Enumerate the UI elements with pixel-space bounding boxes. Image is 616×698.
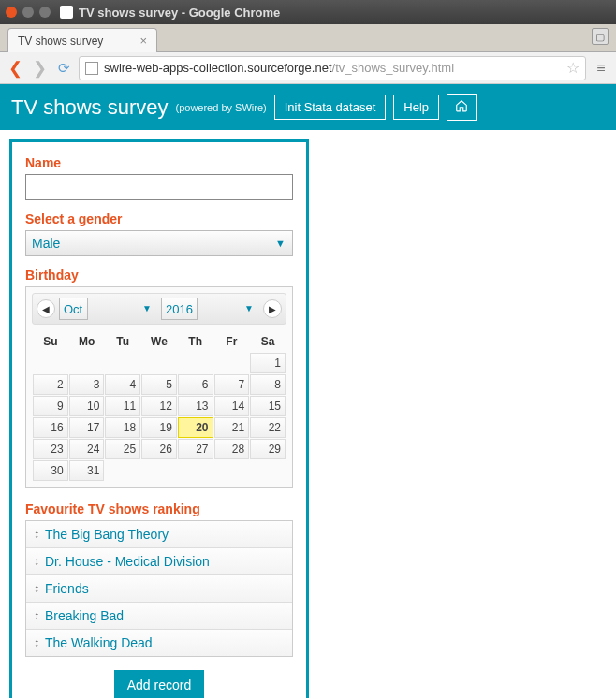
home-button[interactable]: [447, 94, 477, 121]
calendar-year-select[interactable]: 2016: [161, 298, 198, 320]
page-title: TV shows survey: [11, 95, 169, 120]
ranking-item[interactable]: ↕Friends: [26, 575, 292, 603]
ranking-item[interactable]: ↕The Walking Dead: [26, 630, 292, 656]
calendar-day[interactable]: 25: [105, 439, 140, 459]
calendar-day[interactable]: 11: [105, 396, 140, 416]
calendar-day[interactable]: 6: [178, 374, 213, 395]
calendar-day[interactable]: 30: [33, 460, 68, 481]
window-minimize-button[interactable]: [22, 7, 34, 18]
add-record-button[interactable]: Add record: [114, 670, 204, 698]
calendar-day[interactable]: 10: [69, 396, 105, 416]
calendar-day[interactable]: 5: [141, 374, 177, 395]
ranking-item-label: The Big Bang Theory: [45, 527, 169, 542]
calendar-dow: Fr: [214, 331, 250, 352]
calendar-dow: Sa: [250, 331, 286, 352]
calendar-day[interactable]: 28: [214, 439, 250, 459]
calendar-day[interactable]: 20: [178, 417, 213, 438]
calendar-day[interactable]: 31: [69, 460, 105, 481]
calendar-day[interactable]: 14: [214, 396, 250, 416]
name-input[interactable]: [25, 174, 293, 200]
calendar-day[interactable]: 2: [33, 374, 68, 395]
calendar-dow: We: [141, 331, 177, 352]
calendar-day[interactable]: 7: [214, 374, 250, 395]
init-stata-button[interactable]: Init Stata dataset: [274, 95, 387, 120]
calendar-day[interactable]: 27: [178, 439, 213, 459]
calendar-dow: Mo: [69, 331, 105, 352]
address-bar[interactable]: swire-web-apps-collection.sourceforge.ne…: [79, 56, 586, 80]
calendar-day[interactable]: 23: [33, 439, 68, 459]
calendar-day[interactable]: 9: [33, 396, 68, 416]
back-button[interactable]: ❮: [6, 59, 24, 78]
browser-tab-strip: TV shows survey × ▢: [0, 24, 616, 52]
calendar-month-select[interactable]: Oct: [59, 298, 88, 320]
browser-tab[interactable]: TV shows survey ×: [7, 28, 157, 52]
calendar-day[interactable]: 19: [141, 417, 177, 438]
calendar-day[interactable]: 15: [250, 396, 286, 416]
drag-handle-icon: ↕: [34, 555, 39, 568]
ranking-item[interactable]: ↕The Big Bang Theory: [26, 521, 292, 548]
calendar-day[interactable]: 26: [141, 439, 177, 459]
birthday-label: Birthday: [25, 268, 293, 283]
calendar-dow: Tu: [105, 331, 140, 352]
birthday-datepicker: ◀ Oct ▼ 2016 ▼ ▶ SuMoTuWeThFrSa 12345678…: [25, 286, 293, 488]
page-icon: [85, 62, 98, 75]
chevron-down-icon: ▼: [142, 303, 152, 313]
calendar-day[interactable]: 29: [250, 439, 286, 459]
url-host: swire-web-apps-collection.sourceforge.ne…: [104, 61, 332, 75]
calendar-day[interactable]: 24: [69, 439, 105, 459]
window-close-button[interactable]: [6, 7, 17, 18]
drag-handle-icon: ↕: [34, 636, 39, 649]
calendar-day[interactable]: 21: [214, 417, 250, 438]
browser-menu-icon[interactable]: ≡: [592, 60, 610, 77]
home-icon: [455, 99, 468, 112]
drag-handle-icon: ↕: [34, 582, 39, 595]
window-maximize-button[interactable]: [39, 7, 51, 18]
calendar-next-button[interactable]: ▶: [263, 299, 282, 318]
browser-toolbar: ❮ ❯ ⟳ swire-web-apps-collection.sourcefo…: [0, 52, 616, 84]
drag-handle-icon: ↕: [34, 528, 39, 541]
ranking-item-label: The Walking Dead: [45, 635, 153, 650]
calendar-day[interactable]: 17: [69, 417, 105, 438]
calendar-day[interactable]: 8: [250, 374, 286, 395]
forward-button: ❯: [30, 59, 49, 78]
calendar-day[interactable]: 12: [141, 396, 177, 416]
chrome-app-icon: [60, 6, 73, 19]
calendar-dow: Su: [33, 331, 68, 352]
calendar-grid: SuMoTuWeThFrSa 1234567891011121314151617…: [32, 330, 286, 482]
survey-form: Name Select a gender Male ▼ Birthday ◀ O…: [9, 139, 309, 698]
url-path: /tv_shows_survey.html: [332, 61, 455, 75]
calendar-prev-button[interactable]: ◀: [37, 299, 55, 318]
ranking-item-label: Dr. House - Medical Division: [45, 554, 210, 569]
ranking-item-label: Breaking Bad: [45, 608, 124, 623]
app-header: TV shows survey (powered by SWire) Init …: [0, 84, 616, 130]
window-title: TV shows survey - Google Chrome: [79, 6, 280, 20]
calendar-day[interactable]: 22: [250, 417, 286, 438]
ranking-list: ↕The Big Bang Theory↕Dr. House - Medical…: [25, 520, 293, 657]
gender-select[interactable]: Male: [25, 230, 293, 256]
calendar-dow: Th: [178, 331, 213, 352]
profile-badge[interactable]: ▢: [592, 28, 609, 45]
name-label: Name: [25, 155, 293, 170]
bookmark-star-icon[interactable]: ☆: [566, 59, 579, 77]
calendar-day[interactable]: 1: [250, 353, 286, 373]
calendar-day[interactable]: 4: [105, 374, 140, 395]
help-button[interactable]: Help: [393, 95, 439, 120]
tab-close-icon[interactable]: ×: [139, 34, 147, 48]
powered-by-text: (powered by SWire): [176, 102, 267, 113]
calendar-day[interactable]: 3: [69, 374, 105, 395]
reload-button[interactable]: ⟳: [54, 59, 73, 78]
os-titlebar: TV shows survey - Google Chrome: [0, 0, 616, 24]
chevron-down-icon: ▼: [244, 303, 254, 313]
browser-tab-title: TV shows survey: [18, 35, 103, 48]
calendar-day[interactable]: 18: [105, 417, 140, 438]
ranking-item[interactable]: ↕Dr. House - Medical Division: [26, 548, 292, 575]
ranking-item[interactable]: ↕Breaking Bad: [26, 603, 292, 630]
gender-label: Select a gender: [25, 211, 293, 226]
calendar-day[interactable]: 13: [178, 396, 213, 416]
ranking-label: Favourite TV shows ranking: [25, 502, 293, 516]
ranking-item-label: Friends: [45, 581, 89, 596]
calendar-day[interactable]: 16: [33, 417, 68, 438]
drag-handle-icon: ↕: [34, 609, 39, 622]
